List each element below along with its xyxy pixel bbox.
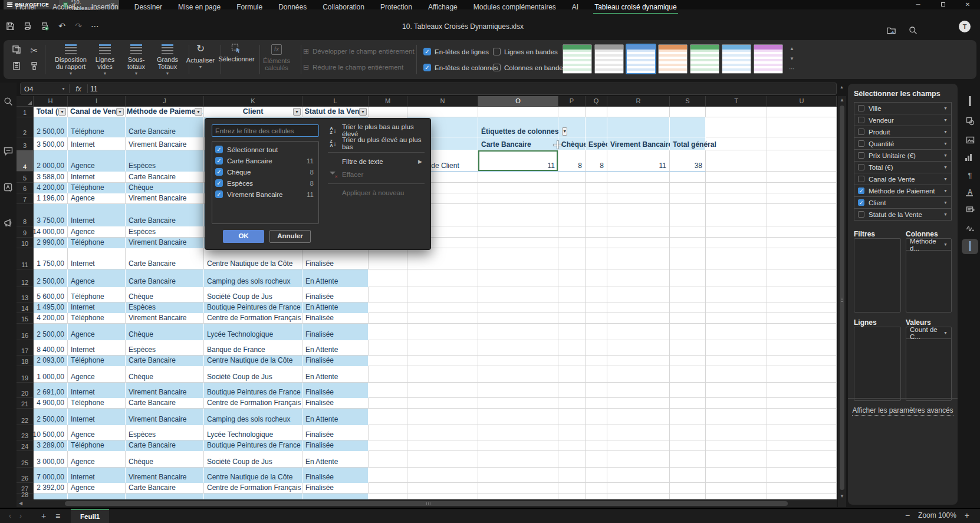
cell-row6-col12[interactable] — [670, 183, 706, 193]
cell-row22-col5[interactable]: En Attente — [302, 409, 369, 425]
cell-row18-col14[interactable] — [767, 356, 837, 366]
cell-row16-col9[interactable] — [558, 324, 586, 340]
ribbon-button-sous-totaux[interactable]: Sous-totaux▼ — [120, 43, 152, 77]
cell-row17-col12[interactable] — [670, 340, 706, 356]
filter-dropdown-icon[interactable]: ▼ — [116, 108, 124, 116]
gallery-more-icon[interactable]: ⋯ — [788, 64, 796, 73]
cell-row2-col10[interactable] — [586, 117, 607, 137]
cell-row1-col13[interactable] — [706, 107, 767, 117]
menu-item-protection[interactable]: Protection — [380, 3, 412, 11]
cell-row19-col9[interactable] — [558, 366, 586, 383]
cell-row17-col10[interactable] — [586, 340, 607, 356]
cell-row1-col9[interactable] — [558, 107, 586, 117]
cell-row2-col14[interactable] — [767, 117, 837, 137]
cell-row22-col12[interactable] — [670, 409, 706, 425]
cell-row13-col12[interactable] — [670, 287, 706, 302]
cell-row20-col7[interactable] — [407, 383, 478, 398]
cell-row26-col13[interactable] — [706, 468, 767, 483]
row-header-14[interactable]: 14 — [17, 302, 34, 313]
cell-row19-col3[interactable]: Chèque — [126, 366, 204, 383]
scroll-down-icon[interactable]: ▼ — [838, 494, 846, 499]
values-zone-item[interactable]: Count de C...▼ — [906, 327, 951, 339]
row-header-21[interactable]: 21 — [17, 398, 34, 409]
menu-item-filtre-de-texte[interactable]: Filtre de texte▶ — [324, 155, 428, 168]
spellcheck-icon[interactable] — [4, 183, 13, 192]
cell-row8-col12[interactable] — [670, 204, 706, 226]
cell-row2-col8[interactable]: Étiquettes de colonnes▼ — [478, 117, 558, 137]
cell-row23-col4[interactable]: Lycée Technologique — [204, 425, 302, 440]
cell-row13-col8[interactable] — [478, 287, 558, 302]
menu-item-formule[interactable]: Formule — [236, 3, 262, 11]
name-box[interactable]: O4 ▼ — [21, 85, 69, 93]
cell-row26-col8[interactable] — [478, 468, 558, 483]
cell-row4-col11[interactable]: 11 — [607, 150, 670, 172]
cell-row22-col13[interactable] — [706, 409, 767, 425]
cell-row7-col3[interactable]: Virement Bancaire — [126, 193, 204, 204]
cell-row10-col11[interactable] — [607, 238, 670, 248]
cell-row14-col11[interactable] — [607, 302, 670, 313]
field-total[interactable]: Total (€)▼ — [854, 161, 952, 173]
cell-row27-col6[interactable] — [369, 483, 407, 494]
cell-row24-col2[interactable]: Téléphone — [68, 440, 126, 451]
cell-row19-col13[interactable] — [706, 366, 767, 383]
cell-row6-col9[interactable] — [558, 183, 586, 193]
cell-row25-col4[interactable]: Société Coup de Jus — [204, 451, 302, 468]
filter-dropdown-icon[interactable]: ▼ — [293, 108, 301, 116]
cell-row24-col11[interactable] — [607, 440, 670, 451]
cell-row22-col9[interactable] — [558, 409, 586, 425]
cell-row23-col1[interactable]: 10 500,00 — [34, 425, 68, 440]
field-statut-de-la-vente[interactable]: Statut de la Vente▼ — [854, 208, 952, 221]
cell-row14-col13[interactable] — [706, 302, 767, 313]
cell-row15-col12[interactable] — [670, 313, 706, 324]
copy-icon[interactable] — [11, 45, 22, 57]
cell-row14-col4[interactable]: Boutique Peintures de France — [204, 302, 302, 313]
cell-row8-col2[interactable]: Internet — [68, 204, 126, 226]
cell-row12-col10[interactable] — [586, 269, 607, 287]
row-header-25[interactable]: 25 — [17, 451, 34, 468]
filter-dropdown-icon[interactable]: ▼ — [359, 108, 367, 116]
filter-item-esp-ces[interactable]: ✓Espèces8 — [215, 177, 315, 189]
cell-row22-col8[interactable] — [478, 409, 558, 425]
cell-row1-col6[interactable] — [369, 107, 407, 117]
cell-row27-col11[interactable] — [607, 483, 670, 494]
cell-row9-col14[interactable] — [767, 226, 837, 238]
cell-row5-col9[interactable] — [558, 172, 586, 183]
cell-row3-col12[interactable]: Total général — [670, 137, 706, 150]
cell-row21-col13[interactable] — [706, 398, 767, 409]
cell-row1-col11[interactable] — [607, 107, 670, 117]
cell-row24-col9[interactable] — [558, 440, 586, 451]
cell-row17-col1[interactable]: 8 400,00 — [34, 340, 68, 356]
save-button[interactable] — [5, 22, 15, 31]
cell-row18-col1[interactable]: 2 093,00 — [34, 356, 68, 366]
cell-row5-col3[interactable]: Carte Bancaire — [126, 172, 204, 183]
cell-row9-col2[interactable]: Agence — [68, 226, 126, 238]
cell-row23-col6[interactable] — [369, 425, 407, 440]
cell-row18-col12[interactable] — [670, 356, 706, 366]
cell-row8-col9[interactable] — [558, 204, 586, 226]
cell-row26-col12[interactable] — [670, 468, 706, 483]
advanced-settings-link[interactable]: Afficher les paramètres avancés — [848, 398, 958, 415]
cell-row15-col1[interactable]: 4 200,00 — [34, 313, 68, 324]
cell-row28-col2[interactable] — [68, 494, 126, 499]
cell-row2-col1[interactable]: 2 500,00 — [34, 117, 68, 137]
cell-row16-col8[interactable] — [478, 324, 558, 340]
row-header-23[interactable]: 23 — [17, 425, 34, 440]
pivot-style-orange[interactable] — [658, 44, 688, 74]
ok-button[interactable]: OK — [223, 230, 264, 243]
cell-row27-col1[interactable]: 2 392,00 — [34, 483, 68, 494]
menu-item-accueil[interactable]: Accueil — [52, 3, 75, 11]
pivot-style-green[interactable] — [563, 44, 592, 74]
cell-row26-col14[interactable] — [767, 468, 837, 483]
cell-row27-col10[interactable] — [586, 483, 607, 494]
cell-row3-col9[interactable]: Chèque — [558, 137, 586, 150]
cell-row15-col6[interactable] — [369, 313, 407, 324]
cell-row23-col13[interactable] — [706, 425, 767, 440]
cell-row20-col10[interactable] — [586, 383, 607, 398]
cell-row12-col2[interactable]: Agence — [68, 269, 126, 287]
cell-row27-col3[interactable]: Carte Bancaire — [126, 483, 204, 494]
filter-item-carte-bancaire[interactable]: ✓Carte Bancaire11 — [215, 155, 315, 166]
cell-row21-col7[interactable] — [407, 398, 478, 409]
ribbon-button-actualiser[interactable]: ↻Actualiser▼ — [186, 43, 215, 77]
signature-settings-icon[interactable] — [965, 223, 975, 232]
cell-row4-col14[interactable] — [767, 150, 837, 172]
